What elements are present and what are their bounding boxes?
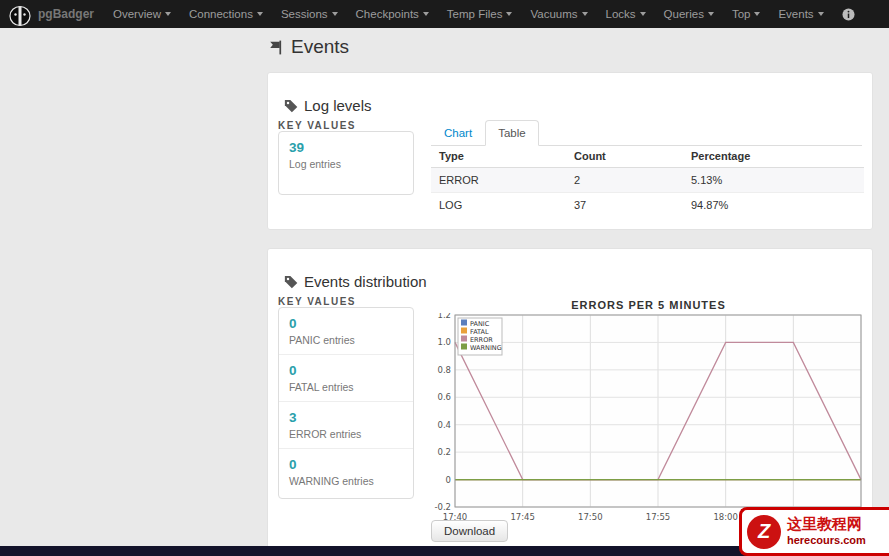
svg-text:WARNING: WARNING — [470, 344, 502, 352]
nav-item-sessions[interactable]: Sessions — [272, 0, 347, 28]
watermark-title: 这里教程网 — [787, 515, 866, 534]
nav-item-connections[interactable]: Connections — [180, 0, 272, 28]
top-navbar: pgBadger Overview Connections Sessions C… — [0, 0, 889, 28]
panel-title: Log levels — [304, 97, 372, 114]
caret-down-icon — [165, 12, 171, 16]
key-value-error: 3 ERROR entries — [279, 402, 413, 449]
caret-down-icon — [708, 12, 714, 16]
svg-text:18:00: 18:00 — [713, 512, 738, 522]
nav-item-locks[interactable]: Locks — [597, 0, 655, 28]
svg-text:PANIC: PANIC — [470, 320, 490, 328]
svg-text:0.4: 0.4 — [437, 420, 451, 430]
key-value-number: 0 — [289, 316, 403, 331]
events-distribution-heading: Events distribution — [284, 273, 427, 290]
brand-text: pgBadger — [32, 7, 104, 21]
key-value-number: 0 — [289, 457, 403, 472]
key-value-desc: PANIC entries — [289, 334, 403, 346]
caret-down-icon — [506, 12, 512, 16]
column-header-type: Type — [431, 145, 566, 168]
log-levels-panel: Log levels KEY VALUES 39 Log entries Cha… — [267, 72, 873, 230]
watermark-subtitle: herecours.com — [787, 534, 866, 548]
svg-text:17:45: 17:45 — [510, 512, 535, 522]
nav-item-top[interactable]: Top — [723, 0, 770, 28]
column-header-percentage: Percentage — [683, 145, 864, 168]
caret-down-icon — [582, 12, 588, 16]
svg-text:0: 0 — [446, 475, 451, 485]
cell-count: 2 — [566, 168, 683, 193]
cell-count: 37 — [566, 193, 683, 218]
errors-chart-block: ERRORS PER 5 MINUTES 1.21.00.80.60.40.20… — [431, 299, 866, 525]
pgbadger-logo — [8, 4, 32, 28]
key-values-box: 0 PANIC entries 0 FATAL entries 3 ERROR … — [278, 307, 414, 499]
tab-chart[interactable]: Chart — [431, 120, 485, 146]
tag-icon — [284, 275, 298, 289]
key-value-desc: ERROR entries — [289, 428, 403, 440]
cell-percentage: 5.13% — [683, 168, 864, 193]
key-value-desc: Log entries — [289, 158, 403, 170]
table-row: ERROR 2 5.13% — [431, 168, 864, 193]
key-value-number: 0 — [289, 363, 403, 378]
svg-text:FATAL: FATAL — [470, 328, 489, 336]
info-icon[interactable] — [833, 0, 864, 28]
key-value-panic: 0 PANIC entries — [279, 308, 413, 355]
flag-icon — [267, 39, 284, 56]
nav-item-events[interactable]: Events — [769, 0, 832, 28]
tab-table[interactable]: Table — [485, 120, 539, 146]
log-levels-table: Type Count Percentage ERROR 2 5.13% LOG … — [431, 145, 864, 217]
caret-down-icon — [423, 12, 429, 16]
page-header: Events — [267, 36, 349, 58]
svg-text:1.2: 1.2 — [437, 313, 451, 320]
nav-item-queries[interactable]: Queries — [655, 0, 723, 28]
caret-down-icon — [818, 12, 824, 16]
errors-per-5-minutes-chart: 1.21.00.80.60.40.20-0.217:4017:4517:5017… — [431, 313, 866, 525]
nav-item-vacuums[interactable]: Vacuums — [521, 0, 596, 28]
svg-text:0.8: 0.8 — [437, 365, 451, 375]
download-button[interactable]: Download — [431, 520, 508, 542]
watermark: Z 这里教程网 herecours.com — [739, 507, 889, 556]
key-values-label: KEY VALUES — [278, 120, 356, 131]
tag-icon — [284, 99, 298, 113]
key-value-desc: WARNING entries — [289, 475, 403, 487]
nav-item-checkpoints[interactable]: Checkpoints — [347, 0, 438, 28]
brand[interactable]: pgBadger — [0, 1, 104, 28]
column-header-count: Count — [566, 145, 683, 168]
table-row: LOG 37 94.87% — [431, 193, 864, 218]
table-header-row: Type Count Percentage — [431, 145, 864, 168]
svg-text:0.6: 0.6 — [437, 392, 451, 402]
log-levels-heading: Log levels — [284, 97, 372, 114]
panel-title: Events distribution — [304, 273, 427, 290]
nav-item-overview[interactable]: Overview — [104, 0, 180, 28]
cell-percentage: 94.87% — [683, 193, 864, 218]
key-value-log-entries: 39 Log entries — [279, 132, 413, 178]
cell-type: ERROR — [431, 168, 566, 193]
svg-text:17:50: 17:50 — [578, 512, 603, 522]
svg-text:ERROR: ERROR — [470, 336, 493, 344]
key-value-number: 39 — [289, 140, 403, 155]
key-value-desc: FATAL entries — [289, 381, 403, 393]
svg-text:0.2: 0.2 — [437, 447, 451, 457]
watermark-text: 这里教程网 herecours.com — [787, 515, 866, 548]
log-levels-tabs: Chart Table — [431, 120, 862, 146]
svg-text:1.0: 1.0 — [437, 337, 451, 347]
key-value-number: 3 — [289, 410, 403, 425]
watermark-logo: Z — [747, 515, 781, 549]
caret-down-icon — [640, 12, 646, 16]
caret-down-icon — [332, 12, 338, 16]
page-title: Events — [291, 36, 349, 58]
key-value-fatal: 0 FATAL entries — [279, 355, 413, 402]
key-values-box: 39 Log entries — [278, 131, 414, 195]
svg-text:17:55: 17:55 — [646, 512, 671, 522]
nav-item-temp-files[interactable]: Temp Files — [438, 0, 522, 28]
cell-type: LOG — [431, 193, 566, 218]
key-value-warning: 0 WARNING entries — [279, 449, 413, 496]
caret-down-icon — [257, 12, 263, 16]
chart-title: ERRORS PER 5 MINUTES — [431, 299, 866, 311]
key-values-label: KEY VALUES — [278, 296, 356, 307]
caret-down-icon — [754, 12, 760, 16]
svg-text:-0.2: -0.2 — [434, 502, 451, 512]
